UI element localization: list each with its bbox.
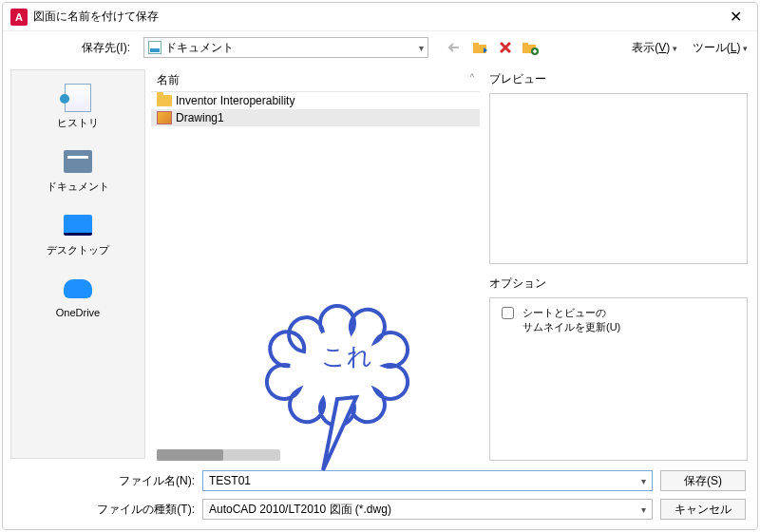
file-list-rows[interactable]: Inventor Interoperability Drawing1 xyxy=(151,92,480,446)
sidebar-item-label: デスクトップ xyxy=(47,243,109,257)
options-box: シートとビューの サムネイルを更新(U) xyxy=(489,297,748,461)
chevron-down-icon[interactable]: ▾ xyxy=(641,504,646,515)
places-sidebar: ヒストリ ドキュメント デスクトップ OneDrive xyxy=(10,69,145,459)
cancel-button[interactable]: キャンセル xyxy=(660,499,746,520)
save-as-dialog: A 図面に名前を付けて保存 ✕ 保存先(I): ドキュメント ▾ 表示(V) ツ… xyxy=(2,2,758,530)
view-menu[interactable]: 表示(V) xyxy=(632,40,677,56)
filetype-combo[interactable]: AutoCAD 2010/LT2010 図面 (*.dwg) ▾ xyxy=(202,499,653,520)
filename-input[interactable]: TEST01 ▾ xyxy=(202,470,653,491)
up-folder-icon[interactable] xyxy=(472,40,489,55)
preview-box xyxy=(489,93,748,264)
back-icon[interactable] xyxy=(447,41,463,54)
filetype-label: ファイルの種類(T): xyxy=(14,502,195,518)
sidebar-item-history[interactable]: ヒストリ xyxy=(57,84,99,130)
toolbar: 保存先(I): ドキュメント ▾ 表示(V) ツール(L) xyxy=(3,31,757,64)
close-icon[interactable]: ✕ xyxy=(722,8,750,26)
scrollbar-thumb[interactable] xyxy=(157,449,223,461)
dwg-file-icon xyxy=(157,111,172,124)
sidebar-item-desktop[interactable]: デスクトップ xyxy=(47,211,109,257)
desktop-icon xyxy=(64,215,92,236)
onedrive-icon xyxy=(64,279,92,298)
delete-icon[interactable] xyxy=(499,41,512,54)
filetype-value: AutoCAD 2010/LT2010 図面 (*.dwg) xyxy=(209,502,641,518)
list-item[interactable]: Inventor Interoperability xyxy=(151,92,480,109)
checkbox-label: シートとビューの サムネイルを更新(U) xyxy=(522,306,620,335)
file-name: Drawing1 xyxy=(176,111,224,124)
filename-value: TEST01 xyxy=(209,474,641,487)
chevron-down-icon: ▾ xyxy=(419,43,424,53)
dialog-title: 図面に名前を付けて保存 xyxy=(33,9,722,25)
save-in-label: 保存先(I): xyxy=(12,40,138,56)
dialog-body: ヒストリ ドキュメント デスクトップ OneDrive 名前 ^ xyxy=(3,64,757,465)
sidebar-item-documents[interactable]: ドキュメント xyxy=(47,147,109,194)
preview-title: プレビュー xyxy=(485,69,751,89)
horizontal-scrollbar[interactable] xyxy=(157,449,280,461)
documents-icon xyxy=(148,41,162,54)
svg-rect-1 xyxy=(473,43,479,46)
footer: ファイル名(N): TEST01 ▾ 保存(S) ファイルの種類(T): Aut… xyxy=(3,465,757,529)
history-icon xyxy=(65,84,91,112)
sidebar-item-label: ヒストリ xyxy=(57,116,99,130)
column-name: 名前 xyxy=(157,72,465,88)
svg-rect-3 xyxy=(522,43,528,46)
location-value: ドキュメント xyxy=(165,40,419,56)
new-folder-icon[interactable] xyxy=(522,40,539,55)
tools-menu[interactable]: ツール(L) xyxy=(693,40,748,56)
checkbox-input[interactable] xyxy=(502,307,514,319)
update-thumbnails-checkbox[interactable]: シートとビューの サムネイルを更新(U) xyxy=(498,306,739,335)
filename-label: ファイル名(N): xyxy=(14,473,195,489)
list-item[interactable]: Drawing1 xyxy=(151,109,480,126)
options-title: オプション xyxy=(485,274,751,294)
sidebar-item-label: ドキュメント xyxy=(47,180,109,194)
sidebar-item-label: OneDrive xyxy=(56,307,100,318)
chevron-down-icon[interactable]: ▾ xyxy=(641,476,646,486)
location-combo[interactable]: ドキュメント ▾ xyxy=(143,37,428,58)
sort-indicator-icon: ^ xyxy=(470,72,474,88)
file-list: 名前 ^ Inventor Interoperability Drawing1 xyxy=(151,69,480,465)
folder-icon xyxy=(157,95,172,106)
right-pane: プレビュー オプション シートとビューの サムネイルを更新(U) xyxy=(485,69,751,465)
file-name: Inventor Interoperability xyxy=(176,94,294,107)
center-area: 名前 ^ Inventor Interoperability Drawing1 xyxy=(145,64,757,465)
app-icon: A xyxy=(10,9,28,26)
documents-folder-icon xyxy=(64,150,92,173)
titlebar: A 図面に名前を付けて保存 ✕ xyxy=(3,3,757,31)
save-button[interactable]: 保存(S) xyxy=(660,470,746,491)
file-list-header[interactable]: 名前 ^ xyxy=(151,69,480,92)
toolbar-menus: 表示(V) ツール(L) xyxy=(632,40,748,56)
sidebar-item-onedrive[interactable]: OneDrive xyxy=(56,275,100,318)
nav-buttons xyxy=(447,40,539,55)
